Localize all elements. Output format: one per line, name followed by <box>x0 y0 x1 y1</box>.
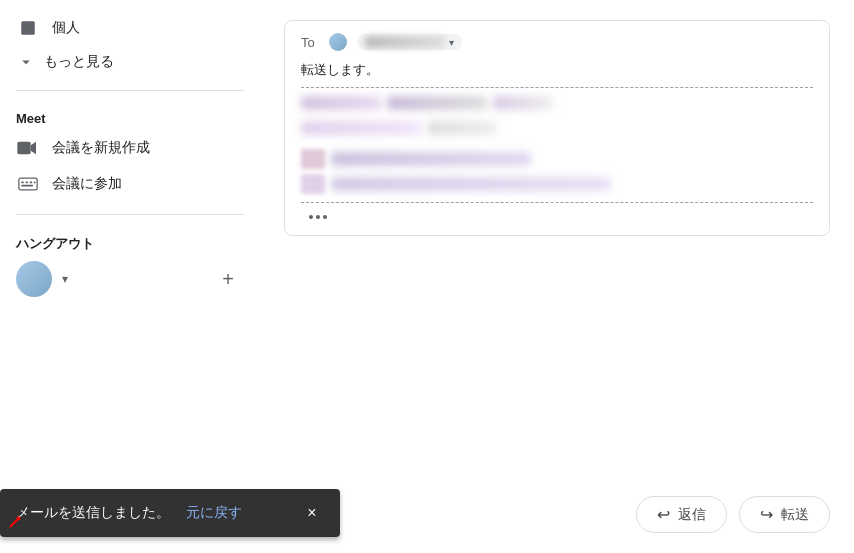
toast-notification: メールを送信しました。 元に戻す × <box>0 489 340 537</box>
hangout-chevron-icon[interactable]: ▾ <box>62 272 68 286</box>
hangout-avatar <box>16 261 52 297</box>
forward-text: 転送します。 <box>301 61 813 79</box>
svg-rect-7 <box>21 185 33 187</box>
keyboard-icon <box>16 172 40 196</box>
recipient-dropdown-icon[interactable]: ▾ <box>449 37 454 48</box>
svg-rect-4 <box>26 182 29 184</box>
blurred-text-5 <box>427 121 497 135</box>
sidebar-item-new-meeting[interactable]: 会議を新規作成 <box>0 130 244 166</box>
reply-label: 返信 <box>678 506 706 524</box>
to-label: To <box>301 35 321 50</box>
reply-button[interactable]: ↩ 返信 <box>636 496 727 533</box>
red-arrow-indicator <box>8 513 24 533</box>
undo-button[interactable]: 元に戻す <box>186 504 242 522</box>
blurred-text-4 <box>301 121 421 135</box>
svg-rect-5 <box>30 182 33 184</box>
recipient-chip[interactable]: ▾ <box>357 34 462 50</box>
action-bar: ↩ 返信 ↪ 転送 <box>636 496 830 533</box>
add-hangout-button[interactable]: + <box>212 263 244 295</box>
more-options-button[interactable] <box>301 211 335 223</box>
main-content: To ▾ 転送します。 <box>260 0 854 553</box>
to-row: To ▾ <box>301 33 813 51</box>
dashed-divider-2 <box>301 202 813 203</box>
toast-message: メールを送信しました。 <box>16 504 170 522</box>
join-meeting-label: 会議に参加 <box>52 175 122 193</box>
divider-1 <box>16 90 244 91</box>
blurred-row-4 <box>301 174 813 194</box>
recipient-name <box>365 36 445 48</box>
personal-icon <box>16 16 40 40</box>
dashed-divider-1 <box>301 87 813 88</box>
meet-section-label: Meet <box>0 103 260 130</box>
dot-3 <box>323 215 327 219</box>
hangout-header: ハングアウト <box>16 235 244 253</box>
svg-rect-2 <box>19 178 37 190</box>
reply-icon: ↩ <box>657 505 670 524</box>
sidebar-item-personal[interactable]: 個人 <box>0 10 244 46</box>
divider-2 <box>16 214 244 215</box>
personal-label: 個人 <box>52 19 80 37</box>
video-icon <box>16 136 40 160</box>
blurred-text-6 <box>331 152 531 166</box>
forward-button[interactable]: ↪ 転送 <box>739 496 830 533</box>
dot-1 <box>309 215 313 219</box>
new-meeting-label: 会議を新規作成 <box>52 139 150 157</box>
blurred-icon-1 <box>301 149 325 169</box>
blurred-row-1 <box>301 96 813 116</box>
chevron-down-icon <box>16 52 36 72</box>
blurred-content-1 <box>301 96 813 141</box>
blurred-row-3 <box>301 149 813 169</box>
more-label: もっと見る <box>44 53 114 71</box>
blurred-text-1 <box>301 96 381 110</box>
blurred-text-7 <box>331 177 611 191</box>
svg-rect-3 <box>21 182 24 184</box>
sidebar: 個人 もっと見る Meet 会議を新規作成 <box>0 0 260 553</box>
blurred-text-2 <box>387 96 487 110</box>
recipient-avatar <box>329 33 347 51</box>
more-options <box>301 211 813 223</box>
sidebar-item-join-meeting[interactable]: 会議に参加 <box>0 166 244 202</box>
svg-rect-6 <box>34 182 36 184</box>
blurred-icon-2 <box>301 174 325 194</box>
sidebar-item-more[interactable]: もっと見る <box>0 46 244 78</box>
svg-rect-0 <box>21 21 35 35</box>
dot-2 <box>316 215 320 219</box>
forward-label: 転送 <box>781 506 809 524</box>
hangout-user-row: ▾ + <box>16 261 244 297</box>
compose-area: To ▾ 転送します。 <box>284 20 830 236</box>
blurred-row-2 <box>301 121 813 141</box>
svg-rect-1 <box>17 142 30 154</box>
blurred-content-2 <box>301 149 813 194</box>
toast-close-button[interactable]: × <box>300 501 324 525</box>
blurred-text-3 <box>493 96 553 110</box>
forward-icon: ↪ <box>760 505 773 524</box>
hangout-section: ハングアウト ▾ + <box>0 227 260 305</box>
